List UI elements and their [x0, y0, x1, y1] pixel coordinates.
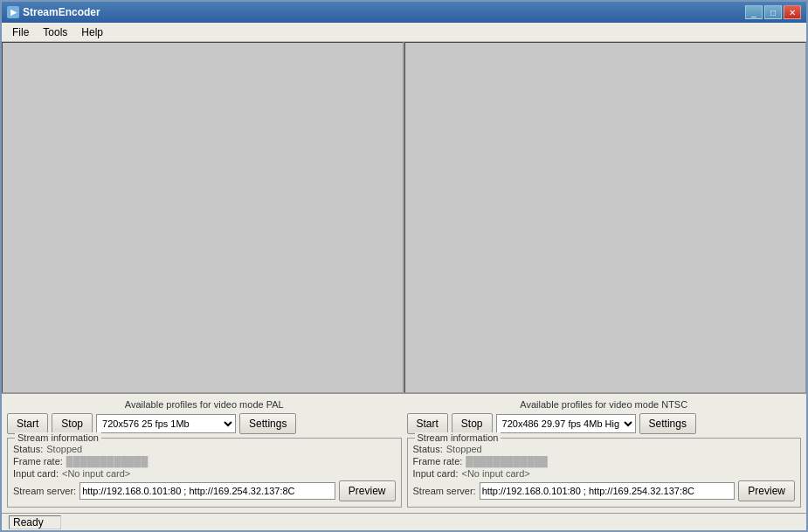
title-bar: ▶ StreamEncoder _ □ ✕	[2, 2, 806, 23]
framerate-row-right: Frame rate: ████████████	[413, 456, 796, 466]
status-text: Ready	[13, 516, 44, 529]
encoder-panel-left: Available profiles for video mode PAL St…	[7, 399, 402, 508]
server-row-left: Stream server: Preview	[13, 480, 396, 501]
server-input-right[interactable]	[480, 482, 735, 500]
stop-button-right[interactable]: Stop	[452, 413, 493, 434]
close-button[interactable]: ✕	[784, 5, 801, 19]
profile-select-right[interactable]: 720x486 29.97 fps 4Mb HighQuality720x486…	[496, 414, 636, 433]
inputcard-row-left: Input card: <No input card>	[13, 468, 396, 479]
video-area-right	[404, 42, 806, 393]
server-label-left: Stream server:	[13, 486, 76, 496]
server-row-right: Stream server: Preview	[413, 480, 796, 501]
menu-file[interactable]: File	[5, 24, 36, 40]
profile-select-left[interactable]: 720x576 25 fps 1Mb720x576 25 fps 2Mb720x…	[96, 414, 236, 433]
status-bar: Ready	[2, 513, 806, 530]
status-label-right: Status:	[413, 444, 443, 454]
controls-row-left: Start Stop 720x576 25 fps 1Mb720x576 25 …	[7, 413, 402, 434]
main-window: ▶ StreamEncoder _ □ ✕ File Tools Help	[0, 0, 808, 532]
framerate-value-left: ████████████	[66, 456, 148, 466]
status-value-left: Stopped	[46, 444, 82, 454]
app-icon: ▶	[7, 6, 19, 18]
server-input-left[interactable]	[79, 482, 335, 500]
preview-button-right[interactable]: Preview	[738, 480, 795, 501]
server-label-right: Stream server:	[413, 486, 476, 496]
profiles-row-left: Available profiles for video mode PAL	[7, 399, 402, 410]
menu-bar: File Tools Help	[2, 23, 806, 42]
title-bar-controls: _ □ ✕	[745, 5, 801, 19]
status-label-left: Status:	[13, 444, 43, 454]
menu-tools[interactable]: Tools	[36, 24, 74, 40]
controls-row-right: Start Stop 720x486 29.97 fps 4Mb HighQua…	[407, 413, 802, 434]
stream-info-left: Stream information Status: Stopped Frame…	[7, 438, 402, 508]
video-panel-left	[2, 42, 404, 393]
video-area-left	[2, 42, 404, 393]
stream-info-legend-right: Stream information	[415, 432, 501, 443]
start-button-right[interactable]: Start	[407, 413, 448, 434]
main-content: Available profiles for video mode PAL St…	[2, 42, 806, 513]
profiles-label-left: Available profiles for video mode PAL	[7, 399, 402, 410]
framerate-label-left: Frame rate:	[13, 456, 63, 466]
window-title: StreamEncoder	[23, 6, 100, 18]
video-panel-right	[404, 42, 806, 393]
maximize-button[interactable]: □	[764, 5, 782, 19]
profiles-label-right: Available profiles for video mode NTSC	[407, 399, 802, 410]
status-row-right: Status: Stopped	[413, 444, 796, 454]
framerate-value-right: ████████████	[466, 456, 548, 466]
bottom-panels: Available profiles for video mode PAL St…	[2, 394, 806, 513]
inputcard-value-left: <No input card>	[62, 468, 130, 479]
inputcard-label-left: Input card:	[13, 468, 59, 479]
video-panels	[2, 42, 806, 394]
title-bar-left: ▶ StreamEncoder	[7, 6, 100, 18]
framerate-row-left: Frame rate: ████████████	[13, 456, 396, 466]
menu-help[interactable]: Help	[74, 24, 110, 40]
preview-button-left[interactable]: Preview	[339, 480, 396, 501]
minimize-button[interactable]: _	[745, 5, 763, 19]
inputcard-label-right: Input card:	[413, 468, 459, 479]
status-value-right: Stopped	[446, 444, 482, 454]
stream-info-legend-left: Stream information	[15, 432, 101, 443]
profiles-row-right: Available profiles for video mode NTSC	[407, 399, 802, 410]
stop-button-left[interactable]: Stop	[52, 413, 93, 434]
start-button-left[interactable]: Start	[7, 413, 48, 434]
settings-button-right[interactable]: Settings	[639, 413, 696, 434]
settings-button-left[interactable]: Settings	[239, 413, 296, 434]
inputcard-value-right: <No input card>	[461, 468, 529, 479]
inputcard-row-right: Input card: <No input card>	[413, 468, 796, 479]
status-panel: Ready	[9, 515, 61, 529]
encoder-panel-right: Available profiles for video mode NTSC S…	[407, 399, 802, 508]
stream-info-right: Stream information Status: Stopped Frame…	[407, 438, 802, 508]
framerate-label-right: Frame rate:	[413, 456, 463, 466]
status-row-left: Status: Stopped	[13, 444, 396, 454]
